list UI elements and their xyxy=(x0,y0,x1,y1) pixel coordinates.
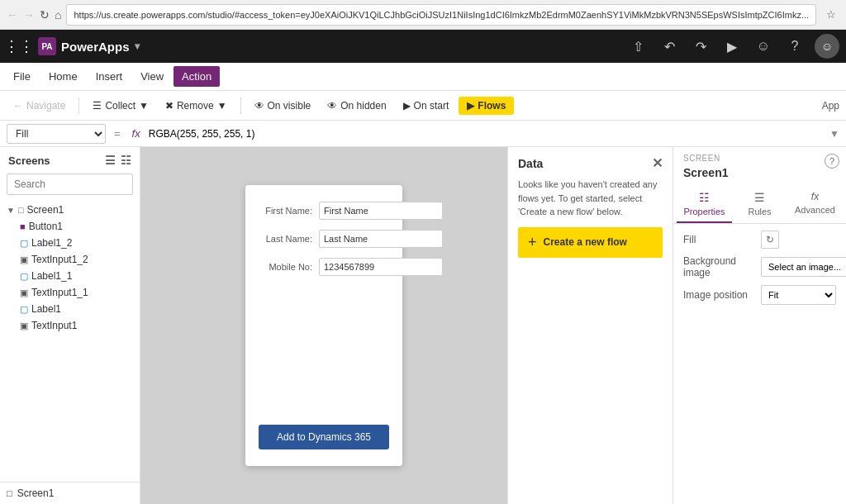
label-icon-2: ▢ xyxy=(20,271,28,282)
collect-chevron-icon: ▼ xyxy=(139,100,149,112)
list-view-icon[interactable]: ☰ xyxy=(105,154,116,167)
tree-item-label1[interactable]: ▢ Label1 xyxy=(0,301,140,317)
tab-advanced[interactable]: fx Advanced xyxy=(787,186,843,223)
expand-formula-icon[interactable]: ▼ xyxy=(829,128,839,140)
data-panel-close-icon[interactable]: ✕ xyxy=(652,155,663,171)
on-start-button[interactable]: ▶ On start xyxy=(397,97,456,115)
remove-chevron-icon: ▼ xyxy=(217,100,227,112)
tree-item-label1-1[interactable]: ▢ Label1_1 xyxy=(0,268,140,284)
menu-home[interactable]: Home xyxy=(40,66,86,87)
screen1-chevron-icon: ▼ xyxy=(7,206,15,215)
background-image-select[interactable]: Select an image... xyxy=(761,257,846,277)
screen1-label: Screen1 xyxy=(27,204,64,216)
powerapps-logo: PA xyxy=(38,37,56,55)
help-circle-icon[interactable]: ? xyxy=(825,154,839,169)
menu-file[interactable]: File xyxy=(5,66,39,87)
tree-item-label1-2[interactable]: ▢ Label1_2 xyxy=(0,235,140,251)
equals-sign: = xyxy=(111,127,124,140)
app-brand: PA PowerApps ▾ xyxy=(38,37,140,55)
first-name-input[interactable] xyxy=(319,202,443,220)
user-icon[interactable]: ☺ xyxy=(752,35,775,58)
canvas-area: First Name: Last Name: Mobile No: Add to… xyxy=(140,147,507,504)
app-label: App xyxy=(822,100,839,112)
fx-button[interactable]: fx xyxy=(129,127,144,140)
label1-1-label: Label1_1 xyxy=(31,270,72,282)
menu-action[interactable]: Action xyxy=(173,66,220,87)
menu-insert[interactable]: Insert xyxy=(88,66,131,87)
waffle-icon[interactable]: ⋮⋮ xyxy=(7,34,31,59)
rules-icon: ☰ xyxy=(754,191,765,204)
refresh-button[interactable]: ↻ xyxy=(40,5,50,25)
app-name: PowerApps xyxy=(61,40,130,54)
mobile-input[interactable] xyxy=(319,258,443,276)
back-button[interactable]: ← xyxy=(7,5,18,25)
bookmark-icon[interactable]: ☆ xyxy=(821,5,841,25)
eye-hidden-icon: 👁 xyxy=(327,100,337,112)
background-image-label: Background image xyxy=(683,255,758,278)
background-image-value: Select an image... xyxy=(761,257,846,277)
collect-button[interactable]: ☰ Collect ▼ xyxy=(86,97,155,115)
play-small-icon: ▶ xyxy=(403,100,411,112)
formula-input[interactable] xyxy=(149,124,825,144)
sidebar-header-icons: ☰ ☷ xyxy=(105,154,131,167)
image-position-select[interactable]: Fit xyxy=(761,285,836,305)
on-hidden-button[interactable]: 👁 On hidden xyxy=(321,97,392,115)
flows-button[interactable]: ▶ Flows xyxy=(459,97,514,115)
property-selector[interactable]: Fill xyxy=(7,124,106,144)
properties-icon: ☷ xyxy=(699,191,710,204)
advanced-icon: fx xyxy=(811,191,819,202)
left-sidebar: Screens ☰ ☷ ▼ □ Screen1 ■ Button1 xyxy=(0,147,140,504)
fill-value: ↻ xyxy=(761,231,836,249)
tab-properties[interactable]: ☷ Properties xyxy=(677,186,732,223)
app-title-bar: ⋮⋮ PA PowerApps ▾ ⇧ ↶ ↷ ▶ ☺ ? ☺ xyxy=(0,30,846,63)
share-icon[interactable]: ⇧ xyxy=(626,35,649,58)
screen-section-label: SCREEN xyxy=(673,147,846,164)
tab-rules-label: Rules xyxy=(748,207,771,216)
undo-icon[interactable]: ↶ xyxy=(658,35,681,58)
mobile-row: Mobile No: xyxy=(259,258,389,276)
help-icon[interactable]: ? xyxy=(783,35,806,58)
label-icon-1: ▢ xyxy=(20,238,28,249)
data-panel-header: Data ✕ xyxy=(508,147,673,178)
dynamics-button[interactable]: Add to Dynamics 365 xyxy=(259,425,389,449)
last-name-input[interactable] xyxy=(319,230,443,248)
screens-title: Screens xyxy=(8,155,50,167)
textinput-icon-2: ▣ xyxy=(20,288,28,298)
data-panel: Data ✕ Looks like you haven't created an… xyxy=(507,147,673,504)
create-flow-plus-icon: + xyxy=(528,234,537,251)
grid-view-icon[interactable]: ☷ xyxy=(121,154,131,167)
on-visible-button[interactable]: 👁 On visible xyxy=(248,97,318,115)
image-position-value: Fit xyxy=(761,285,836,305)
tree-item-textinput1[interactable]: ▣ TextInput1 xyxy=(0,317,140,334)
tree-item-button1[interactable]: ■ Button1 xyxy=(0,218,140,235)
remove-button[interactable]: ✖ Remove ▼ xyxy=(159,97,234,115)
browser-icons: ☆ 👤 ⊕ ⋯ xyxy=(821,5,846,25)
sidebar-bottom[interactable]: □ Screen1 xyxy=(0,482,140,504)
fill-refresh-icon[interactable]: ↻ xyxy=(761,231,779,249)
mobile-label: Mobile No: xyxy=(259,262,312,272)
play-icon[interactable]: ▶ xyxy=(720,35,744,58)
forward-button[interactable]: → xyxy=(23,5,35,25)
menu-bar: File Home Insert View Action xyxy=(0,63,846,91)
search-input[interactable] xyxy=(7,174,133,195)
tab-rules[interactable]: ☰ Rules xyxy=(732,186,787,223)
home-button[interactable]: ⌂ xyxy=(55,5,61,25)
remove-icon: ✖ xyxy=(165,100,173,112)
main-content: Screens ☰ ☷ ▼ □ Screen1 ■ Button1 xyxy=(0,147,846,504)
tree-item-textinput1-2[interactable]: ▣ TextInput1_2 xyxy=(0,251,140,268)
tab-properties-label: Properties xyxy=(683,207,725,216)
user-avatar[interactable]: ☺ xyxy=(815,34,839,59)
address-bar[interactable]: https://us.create.powerapps.com/studio/#… xyxy=(66,4,816,26)
eye-icon: 👁 xyxy=(254,100,264,112)
redo-icon[interactable]: ↷ xyxy=(689,35,712,58)
menu-view[interactable]: View xyxy=(132,66,172,87)
create-flow-button[interactable]: + Create a new flow xyxy=(518,227,663,258)
url-text: https://us.create.powerapps.com/studio/#… xyxy=(74,10,809,20)
label-icon-3: ▢ xyxy=(20,304,28,315)
textinput1-1-label: TextInput1_1 xyxy=(31,287,88,298)
navigate-button[interactable]: ← Navigate xyxy=(7,97,72,115)
tree-item-screen1[interactable]: ▼ □ Screen1 xyxy=(0,202,140,218)
app-chevron[interactable]: ▾ xyxy=(135,40,140,52)
tree-item-textinput1-1[interactable]: ▣ TextInput1_1 xyxy=(0,284,140,301)
label1-label: Label1 xyxy=(31,303,61,315)
